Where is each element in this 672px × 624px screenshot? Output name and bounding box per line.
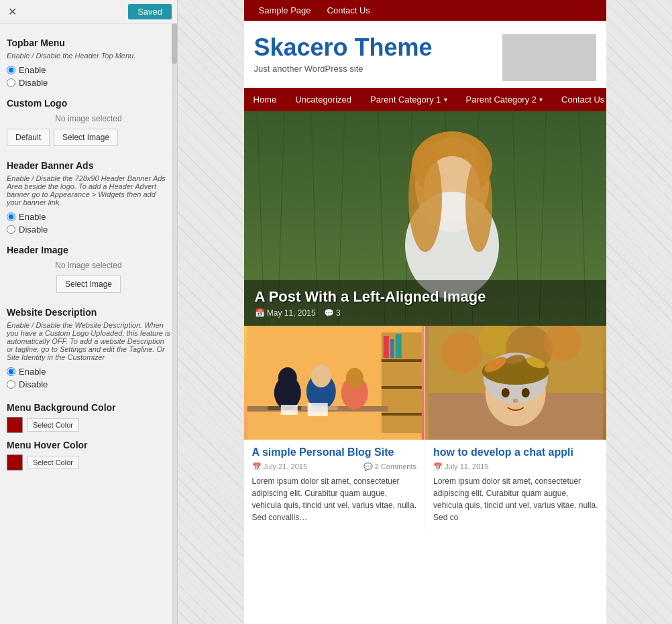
post-card-image-autumn (425, 326, 606, 440)
header-banner-ads-section: Header Banner Ads Enable / Disable the 7… (7, 160, 170, 235)
menu-bg-color-title: Menu Background Color (7, 402, 170, 413)
menu-hover-color-section: Menu Hover Color Select Color (7, 440, 170, 471)
topbar-menu-title: Topbar Menu (7, 38, 170, 48)
header-image-section: Header Image No image selected Select Im… (7, 245, 170, 293)
topbar-disable-radio[interactable]: Disable (7, 78, 170, 88)
site-title: Skacero Theme (254, 34, 496, 61)
menu-hover-color-row: Select Color (7, 454, 170, 471)
menu-bg-color-section: Menu Background Color Select Color (7, 402, 170, 433)
post-comments: 💬 2 Comments (363, 462, 416, 471)
svg-point-16 (408, 145, 442, 252)
topbar-menu-section: Topbar Menu Enable / Disable the Header … (7, 38, 170, 88)
header-banner-ads-desc: Enable / Disable the 728x90 Header Banne… (7, 174, 170, 206)
menu-bg-color-swatch (7, 417, 23, 433)
menu-bg-color-row: Select Color (7, 417, 170, 433)
svg-point-17 (465, 158, 492, 252)
topbar-menu-desc: Enable / Disable the Header Top Menu. (7, 52, 170, 60)
post-card-title[interactable]: how to develop a chat appli (433, 446, 598, 458)
panel-header: ✕ Saved (0, 0, 177, 24)
featured-post-overlay: A Post With a Left-Aligned Image 📅 May 1… (244, 280, 606, 326)
custom-logo-no-image: No image selected (7, 114, 170, 123)
settings-scroll-area: Topbar Menu Enable / Disable the Header … (0, 24, 177, 624)
svg-rect-26 (395, 334, 401, 358)
site-title-block: Skacero Theme Just another WordPress sit… (254, 34, 496, 74)
websitedesc-disable-label: Disable (19, 379, 48, 389)
post-card-excerpt: Lorem ipsum dolor sit amet, consectetuer… (252, 475, 417, 523)
menu-bg-color-select-button[interactable]: Select Color (27, 418, 79, 432)
select-header-image-button[interactable]: Select Image (56, 275, 121, 293)
nav-contact-us[interactable]: Contact Us (552, 88, 606, 111)
topbar-disable-label: Disable (19, 78, 48, 88)
svg-point-50 (502, 388, 510, 397)
site-header: Skacero Theme Just another WordPress sit… (244, 21, 606, 88)
websitedesc-enable-label: Enable (19, 367, 46, 377)
chevron-down-icon: ▾ (444, 96, 447, 103)
custom-logo-buttons: Default Select Image (7, 129, 170, 146)
post-card-meta: 📅 July 11, 2015 (433, 462, 598, 471)
post-date: 📅 July 21, 2015 (252, 462, 308, 471)
select-logo-image-button[interactable]: Select Image (54, 129, 118, 146)
svg-rect-25 (390, 339, 394, 358)
nav-parent-cat1[interactable]: Parent Category 1 ▾ (361, 88, 457, 111)
banner-enable-label: Enable (19, 212, 46, 222)
custom-logo-section: Custom Logo No image selected Default Se… (7, 98, 170, 146)
post-card-body: how to develop a chat appli 📅 July 11, 2… (425, 440, 606, 530)
site-preview: Sample Page Contact Us Skacero Theme Jus… (244, 0, 606, 624)
post-card-excerpt: Lorem ipsum dolor sit amet, consectetuer… (433, 475, 598, 523)
nav-home[interactable]: Home (244, 88, 286, 111)
site-nav: Home Uncategorized Parent Category 1 ▾ P… (244, 88, 606, 111)
site-tagline: Just another WordPress site (254, 64, 496, 74)
svg-point-52 (513, 399, 518, 403)
svg-point-33 (345, 368, 363, 388)
default-button[interactable]: Default (7, 129, 50, 146)
site-top-menu: Sample Page Contact Us (244, 0, 606, 21)
featured-post-date: 📅 May 11, 2015 (255, 308, 316, 318)
svg-point-51 (522, 388, 530, 397)
menu-hover-color-select-button[interactable]: Select Color (27, 456, 79, 469)
websitedesc-disable-radio[interactable]: Disable (7, 379, 170, 389)
website-desc-title: Website Description (7, 307, 170, 318)
header-image-title: Header Image (7, 245, 170, 255)
svg-rect-23 (381, 413, 421, 416)
top-menu-sample-page[interactable]: Sample Page (251, 0, 319, 21)
left-panel: ✕ Saved Topbar Menu Enable / Disable the… (0, 0, 178, 624)
chevron-down-icon: ▾ (539, 96, 543, 103)
svg-rect-22 (381, 386, 421, 389)
study-image-svg (244, 326, 425, 440)
topbar-enable-radio[interactable]: Enable (7, 65, 170, 75)
nav-uncategorized[interactable]: Uncategorized (286, 88, 361, 111)
banner-enable-radio[interactable]: Enable (7, 212, 170, 222)
close-button[interactable]: ✕ (5, 5, 19, 18)
preview-background: Sample Page Contact Us Skacero Theme Jus… (178, 0, 672, 624)
website-description-section: Website Description Enable / Disable the… (7, 307, 170, 389)
svg-point-31 (311, 365, 331, 387)
autumn-image-svg (425, 326, 606, 440)
post-date: 📅 July 11, 2015 (433, 462, 489, 471)
banner-disable-label: Disable (19, 225, 48, 235)
header-image-no-image: No image selected (7, 261, 170, 270)
featured-post-comments: 💬 3 (324, 308, 341, 318)
topbar-enable-label: Enable (19, 65, 46, 75)
svg-rect-21 (381, 359, 421, 362)
header-ad-placeholder (502, 34, 596, 81)
banner-disable-radio[interactable]: Disable (7, 225, 170, 235)
header-banner-ads-title: Header Banner Ads (7, 160, 170, 171)
website-desc-text: Enable / Disable the Website Description… (7, 321, 170, 361)
post-card-image-study (244, 326, 425, 440)
saved-button[interactable]: Saved (128, 4, 172, 19)
nav-parent-cat2[interactable]: Parent Category 2 ▾ (457, 88, 553, 111)
custom-logo-title: Custom Logo (7, 98, 170, 109)
featured-post-meta: 📅 May 11, 2015 💬 3 (255, 308, 596, 318)
post-card: how to develop a chat appli 📅 July 11, 2… (425, 326, 606, 530)
menu-hover-color-swatch (7, 454, 23, 471)
post-card-meta: 📅 July 21, 2015 💬 2 Comments (252, 462, 417, 471)
top-menu-contact-us[interactable]: Contact Us (319, 0, 378, 21)
post-grid: A simple Personal Blog Site 📅 July 21, 2… (244, 326, 606, 530)
featured-post-title: A Post With a Left-Aligned Image (255, 288, 596, 306)
featured-post-image: A Post With a Left-Aligned Image 📅 May 1… (244, 111, 606, 326)
svg-rect-36 (307, 403, 327, 416)
post-card-body: A simple Personal Blog Site 📅 July 21, 2… (244, 440, 425, 530)
right-preview-panel: Sample Page Contact Us Skacero Theme Jus… (178, 0, 672, 624)
post-card-title[interactable]: A simple Personal Blog Site (252, 446, 417, 458)
websitedesc-enable-radio[interactable]: Enable (7, 367, 170, 377)
